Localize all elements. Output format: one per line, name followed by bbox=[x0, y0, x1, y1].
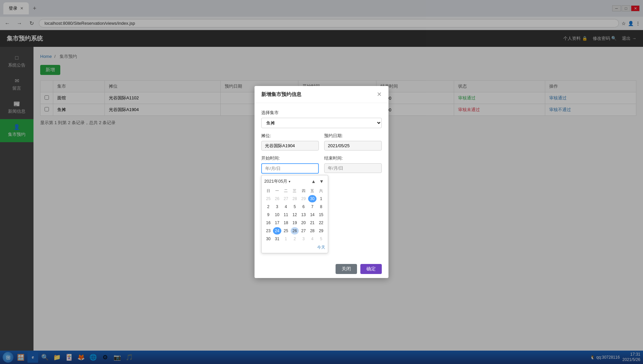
date-col: 预约日期: bbox=[324, 133, 382, 151]
calendar-grid: 日一二三四五六252627282930123456789101112131415… bbox=[264, 187, 325, 243]
cal-day[interactable]: 24 bbox=[273, 227, 281, 235]
cal-day[interactable]: 16 bbox=[264, 219, 272, 226]
cal-day[interactable]: 10 bbox=[273, 211, 281, 218]
cal-day[interactable]: 6 bbox=[299, 203, 307, 210]
stall-label: 摊位: bbox=[261, 133, 319, 139]
cal-day[interactable]: 22 bbox=[317, 219, 325, 226]
prev-month-btn[interactable]: ▲ bbox=[310, 178, 317, 185]
cal-day[interactable]: 7 bbox=[308, 203, 316, 210]
today-link[interactable]: 今天 bbox=[264, 245, 325, 250]
cal-day[interactable]: 26 bbox=[291, 227, 299, 235]
stall-col: 摊位: bbox=[261, 133, 319, 151]
start-time-label: 开始时间: bbox=[261, 155, 319, 161]
cal-day[interactable]: 8 bbox=[317, 203, 325, 210]
month-label: 2021年05月 bbox=[264, 178, 287, 184]
cal-day[interactable]: 3 bbox=[299, 235, 307, 243]
cal-day[interactable]: 13 bbox=[299, 211, 307, 218]
cal-day[interactable]: 23 bbox=[264, 227, 272, 235]
calendar-nav: 2021年05月 ▾ ▲ ▼ bbox=[264, 178, 325, 185]
stall-input[interactable] bbox=[261, 141, 319, 151]
modal-footer: 关闭 确定 bbox=[255, 260, 388, 278]
cal-header: 三 bbox=[291, 187, 299, 194]
cal-day[interactable]: 29 bbox=[317, 227, 325, 235]
cal-header: 日 bbox=[264, 187, 272, 194]
cal-day[interactable]: 26 bbox=[273, 195, 281, 202]
cal-day[interactable]: 15 bbox=[317, 211, 325, 218]
modal-overlay: 新增集市预约信息 ✕ 选择集市 面馆 鱼摊 摊位: 预约日期: bbox=[0, 0, 643, 364]
cal-header: 六 bbox=[317, 187, 325, 194]
cal-day[interactable]: 18 bbox=[282, 219, 290, 226]
calendar-popup: 2021年05月 ▾ ▲ ▼ 日一二三四五六252627282930123456… bbox=[261, 175, 328, 253]
cal-day[interactable]: 27 bbox=[282, 195, 290, 202]
select-market-group: 选择集市 面馆 鱼摊 bbox=[261, 110, 382, 128]
cal-header: 一 bbox=[273, 187, 281, 194]
cal-day[interactable]: 30 bbox=[264, 235, 272, 243]
date-label: 预约日期: bbox=[324, 133, 382, 139]
cal-day[interactable]: 28 bbox=[308, 227, 316, 235]
date-input[interactable] bbox=[324, 141, 382, 151]
cal-day[interactable]: 2 bbox=[291, 235, 299, 243]
cal-header: 五 bbox=[308, 187, 316, 194]
modal-close-btn[interactable]: ✕ bbox=[377, 91, 382, 98]
calendar-month: 2021年05月 ▾ bbox=[264, 178, 290, 184]
next-month-btn[interactable]: ▼ bbox=[318, 178, 325, 185]
cal-day[interactable]: 3 bbox=[273, 203, 281, 210]
modal-header: 新增集市预约信息 ✕ bbox=[255, 86, 388, 103]
modal-title: 新增集市预约信息 bbox=[261, 91, 301, 98]
cal-day[interactable]: 30 bbox=[308, 195, 316, 202]
market-select[interactable]: 面馆 鱼摊 bbox=[261, 118, 382, 128]
end-time-input[interactable] bbox=[324, 163, 382, 173]
cal-header: 二 bbox=[282, 187, 290, 194]
cal-day[interactable]: 11 bbox=[282, 211, 290, 218]
modal: 新增集市预约信息 ✕ 选择集市 面馆 鱼摊 摊位: 预约日期: bbox=[255, 86, 388, 278]
close-button[interactable]: 关闭 bbox=[336, 264, 357, 274]
modal-body: 选择集市 面馆 鱼摊 摊位: 预约日期: bbox=[255, 103, 388, 260]
cal-day[interactable]: 4 bbox=[282, 203, 290, 210]
cal-day[interactable]: 17 bbox=[273, 219, 281, 226]
select-market-label: 选择集市 bbox=[261, 110, 382, 116]
cal-header: 四 bbox=[299, 187, 307, 194]
cal-day[interactable]: 2 bbox=[264, 203, 272, 210]
cal-day[interactable]: 5 bbox=[291, 203, 299, 210]
cal-day[interactable]: 19 bbox=[291, 219, 299, 226]
cal-day[interactable]: 27 bbox=[299, 227, 307, 235]
cal-day[interactable]: 21 bbox=[308, 219, 316, 226]
cal-day[interactable]: 29 bbox=[299, 195, 307, 202]
month-dropdown-icon[interactable]: ▾ bbox=[289, 180, 290, 183]
cal-day[interactable]: 14 bbox=[308, 211, 316, 218]
time-row: 开始时间: 结束时间: bbox=[261, 155, 382, 174]
cal-day[interactable]: 31 bbox=[273, 235, 281, 243]
cal-day[interactable]: 1 bbox=[317, 195, 325, 202]
cal-day[interactable]: 28 bbox=[291, 195, 299, 202]
cal-day[interactable]: 25 bbox=[282, 227, 290, 235]
cal-day[interactable]: 25 bbox=[264, 195, 272, 202]
cal-day[interactable]: 20 bbox=[299, 219, 307, 226]
end-time-label: 结束时间: bbox=[324, 155, 382, 161]
start-time-input[interactable] bbox=[261, 163, 319, 174]
confirm-button[interactable]: 确定 bbox=[360, 264, 382, 274]
stall-date-row: 摊位: 预约日期: bbox=[261, 133, 382, 151]
cal-day[interactable]: 5 bbox=[317, 235, 325, 243]
end-time-col: 结束时间: bbox=[324, 155, 382, 174]
start-time-col: 开始时间: bbox=[261, 155, 319, 174]
cal-day[interactable]: 12 bbox=[291, 211, 299, 218]
cal-day[interactable]: 1 bbox=[282, 235, 290, 243]
cal-day[interactable]: 9 bbox=[264, 211, 272, 218]
cal-day[interactable]: 4 bbox=[308, 235, 316, 243]
